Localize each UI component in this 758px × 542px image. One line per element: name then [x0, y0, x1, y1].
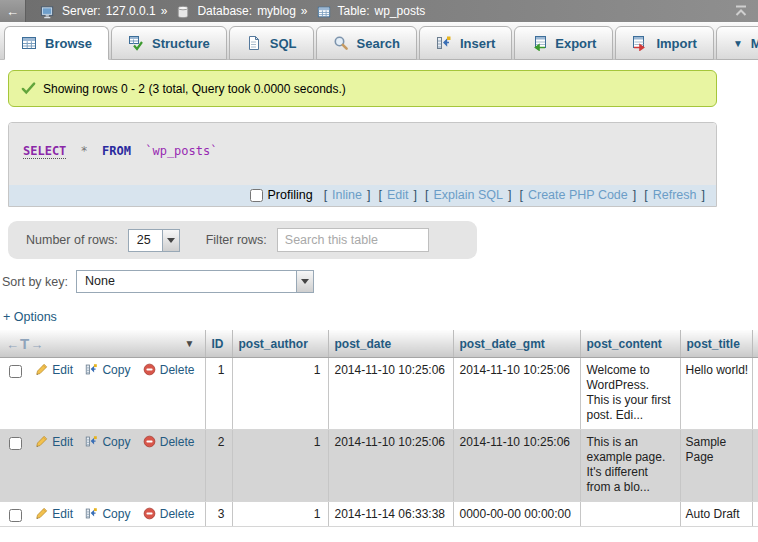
copy-link[interactable]: Copy — [102, 363, 130, 377]
profiling-toggle[interactable]: Profiling — [250, 188, 312, 202]
cell-overflow — [752, 358, 758, 430]
cell-id: 1 — [205, 358, 232, 430]
column-header-post-date-gmt[interactable]: post_date_gmt — [453, 330, 580, 358]
number-of-rows-select[interactable]: 25 — [128, 229, 180, 252]
rows-control-panel: Number of rows: 25 Filter rows: — [8, 221, 477, 259]
chevron-down-icon: ▼ — [733, 38, 743, 49]
tab-bar: Browse Structure SQL Search Insert Expor… — [0, 22, 758, 60]
cell-post-content: Welcome to WordPress. This is your first… — [580, 358, 680, 430]
column-header-post-content[interactable]: post_content — [580, 330, 680, 358]
row-checkbox[interactable] — [9, 509, 22, 522]
edit-pencil-icon — [35, 507, 48, 520]
cell-post-date: 2014-11-10 10:25:06 — [328, 430, 453, 502]
collapse-top-icon[interactable] — [724, 5, 758, 17]
copy-icon — [85, 435, 98, 448]
cell-post-author: 1 — [232, 430, 328, 502]
tab-sql[interactable]: SQL — [229, 26, 314, 60]
table-row: Edit Copy Delete 3 1 2014-11-14 06:33:38… — [0, 502, 758, 527]
server-link[interactable]: 127.0.0.1 — [106, 4, 156, 18]
copy-link[interactable]: Copy — [102, 507, 130, 521]
delete-link[interactable]: Delete — [160, 363, 195, 377]
edit-link[interactable]: Edit — [52, 507, 73, 521]
tab-export[interactable]: Export — [514, 26, 613, 60]
database-link[interactable]: myblog — [257, 4, 296, 18]
column-header-post-author[interactable]: post_author — [232, 330, 328, 358]
tab-label: Structure — [152, 36, 210, 51]
back-arrow-icon: ← — [6, 4, 19, 19]
server-icon — [40, 5, 55, 20]
row-checkbox[interactable] — [9, 437, 22, 450]
tab-import[interactable]: Import — [615, 26, 713, 60]
table-row: Edit Copy Delete 2 1 2014-11-10 10:25:06… — [0, 430, 758, 502]
cell-post-date-gmt: 2014-11-10 10:25:06 — [453, 430, 580, 502]
edit-query-link[interactable]: Edit — [387, 188, 409, 202]
filter-rows-input[interactable] — [277, 228, 429, 252]
bracket: [ — [378, 188, 381, 202]
copy-icon — [85, 507, 98, 520]
sort-by-key-value: None — [77, 271, 296, 292]
sort-by-key-select[interactable]: None — [76, 270, 314, 293]
table-link[interactable]: wp_posts — [375, 4, 426, 18]
search-icon — [333, 35, 349, 51]
cell-post-date-gmt: 2014-11-10 10:25:06 — [453, 358, 580, 430]
sort-arrow-icon[interactable]: ▼ — [185, 338, 195, 349]
number-of-rows-label: Number of rows: — [26, 233, 118, 247]
create-php-code-link[interactable]: Create PHP Code — [528, 188, 628, 202]
column-header-id[interactable]: ID — [205, 330, 232, 358]
inline-link[interactable]: Inline — [332, 188, 362, 202]
cell-id: 3 — [205, 502, 232, 527]
back-button[interactable]: ← — [0, 0, 26, 22]
tab-search[interactable]: Search — [316, 26, 417, 60]
edit-link[interactable]: Edit — [52, 363, 73, 377]
tab-label: Insert — [460, 36, 495, 51]
results-table: ←T→ ▼ ID post_author post_date post_date… — [0, 330, 758, 527]
bracket: ] — [367, 188, 370, 202]
tab-more[interactable]: ▼ More — [716, 26, 758, 60]
cell-post-date: 2014-11-14 06:33:38 — [328, 502, 453, 527]
sql-query: SELECT * FROM `wp_posts` — [9, 123, 716, 185]
tab-structure[interactable]: Structure — [111, 26, 227, 60]
tab-insert[interactable]: Insert — [419, 26, 512, 60]
cell-post-title: Hello world! — [680, 358, 752, 430]
sql-keyword-from: FROM — [102, 144, 131, 158]
sort-row: Sort by key: None — [2, 270, 758, 293]
tab-label: Export — [555, 36, 596, 51]
sql-star: * — [81, 144, 88, 158]
structure-icon — [128, 35, 144, 51]
server-label: Server: — [62, 4, 101, 18]
delete-icon — [143, 507, 156, 520]
breadcrumb-separator: » — [161, 4, 168, 18]
column-header-post-title[interactable]: post_title — [680, 330, 752, 358]
cell-post-author: 1 — [232, 358, 328, 430]
profiling-checkbox[interactable] — [250, 189, 263, 202]
edit-link[interactable]: Edit — [52, 435, 73, 449]
collapse-glyph — [734, 5, 748, 17]
row-checkbox[interactable] — [9, 365, 22, 378]
database-icon — [176, 5, 190, 19]
column-header-post-date[interactable]: post_date — [328, 330, 453, 358]
cell-post-date-gmt: 0000-00-00 00:00:00 — [453, 502, 580, 527]
tab-label: Import — [656, 36, 696, 51]
breadcrumb-separator: » — [301, 4, 308, 18]
query-toolbar: Profiling [ Inline ] [ Edit ] [ Explain … — [9, 185, 716, 206]
cell-id: 2 — [205, 430, 232, 502]
header-row: ←T→ ▼ ID post_author post_date post_date… — [0, 330, 758, 358]
sql-keyword-select[interactable]: SELECT — [23, 144, 66, 159]
browse-icon — [21, 35, 37, 51]
copy-link[interactable]: Copy — [102, 435, 130, 449]
cell-post-date: 2014-11-10 10:25:06 — [328, 358, 453, 430]
bracket: ] — [702, 188, 705, 202]
delete-link[interactable]: Delete — [160, 435, 195, 449]
copy-icon — [85, 363, 98, 376]
delete-link[interactable]: Delete — [160, 507, 195, 521]
options-toggle[interactable]: + Options — [3, 310, 57, 324]
refresh-link[interactable]: Refresh — [653, 188, 697, 202]
cell-post-content: This is an example page. It's different … — [580, 430, 680, 502]
column-header-overflow — [752, 330, 758, 358]
tab-browse[interactable]: Browse — [4, 26, 109, 60]
sort-by-key-label: Sort by key: — [2, 275, 68, 289]
column-visibility-icon[interactable]: ←T→ — [6, 335, 44, 352]
dropdown-arrow-icon — [162, 230, 179, 251]
success-check-icon — [21, 81, 36, 96]
explain-sql-link[interactable]: Explain SQL — [433, 188, 502, 202]
